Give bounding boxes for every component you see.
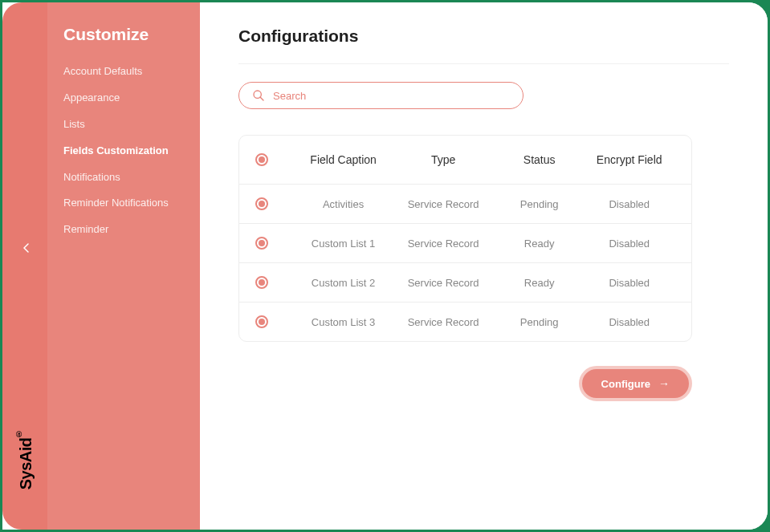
cell-type: Service Record	[391, 277, 495, 289]
cell-caption: Activities	[295, 198, 392, 210]
app-container: SysAid® Customize Account Defaults Appea…	[2, 2, 768, 530]
sidebar: Customize Account Defaults Appearance Li…	[47, 2, 200, 530]
sidebar-title: Customize	[63, 25, 184, 44]
table-container: Field Caption Type Status Encrypt Field …	[238, 135, 692, 342]
cell-status: Pending	[495, 316, 584, 328]
page-title: Configurations	[238, 26, 729, 46]
sidebar-item-lists[interactable]: Lists	[63, 112, 184, 138]
search-input[interactable]	[273, 90, 510, 102]
table-row[interactable]: Activities Service Record Pending Disabl…	[239, 185, 691, 224]
main-content: Configurations Field Caption Type Status…	[200, 2, 768, 530]
cell-status: Pending	[495, 198, 584, 210]
search-box[interactable]	[238, 82, 524, 109]
logo-bar: SysAid®	[2, 2, 47, 530]
table-row[interactable]: Custom List 2 Service Record Ready Disab…	[239, 263, 691, 303]
svg-line-1	[260, 97, 263, 100]
table-row[interactable]: Custom List 1 Service Record Ready Disab…	[239, 224, 691, 263]
header-caption: Field Caption	[295, 153, 392, 166]
divider	[238, 63, 729, 64]
cell-encrypt: Disabled	[583, 277, 675, 289]
cell-type: Service Record	[391, 198, 495, 210]
cell-encrypt: Disabled	[583, 316, 675, 328]
sidebar-item-account-defaults[interactable]: Account Defaults	[63, 59, 184, 85]
header-status: Status	[495, 153, 584, 166]
row-radio[interactable]	[255, 237, 268, 250]
cell-caption: Custom List 3	[295, 316, 392, 328]
cell-encrypt: Disabled	[583, 198, 675, 210]
row-radio[interactable]	[255, 315, 268, 328]
table-row[interactable]: Custom List 3 Service Record Pending Dis…	[239, 303, 691, 341]
row-radio[interactable]	[255, 276, 268, 289]
cell-caption: Custom List 2	[295, 277, 392, 289]
configure-button[interactable]: Configure →	[579, 366, 692, 401]
sidebar-item-reminder-notifications[interactable]: Reminder Notifications	[63, 190, 184, 217]
cell-type: Service Record	[391, 238, 495, 250]
cell-status: Ready	[495, 238, 584, 250]
header-type: Type	[391, 153, 495, 166]
row-radio[interactable]	[255, 197, 268, 210]
sidebar-item-reminder[interactable]: Reminder	[63, 217, 184, 243]
cell-status: Ready	[495, 277, 584, 289]
header-encrypt: Encrypt Field	[583, 153, 675, 166]
sidebar-item-fields-customization[interactable]: Fields Customization	[63, 138, 184, 164]
arrow-right-icon: →	[658, 377, 670, 390]
table-header-row: Field Caption Type Status Encrypt Field	[239, 136, 691, 185]
cell-caption: Custom List 1	[295, 238, 392, 250]
sidebar-item-notifications[interactable]: Notifications	[63, 164, 184, 191]
sidebar-item-appearance[interactable]: Appearance	[63, 85, 184, 112]
logo-text: SysAid®	[14, 429, 35, 489]
search-icon	[252, 89, 265, 102]
collapse-icon[interactable]	[23, 243, 30, 255]
configure-label: Configure	[601, 378, 650, 390]
cell-encrypt: Disabled	[583, 238, 675, 250]
header-radio[interactable]	[255, 153, 268, 166]
cell-type: Service Record	[391, 316, 495, 328]
